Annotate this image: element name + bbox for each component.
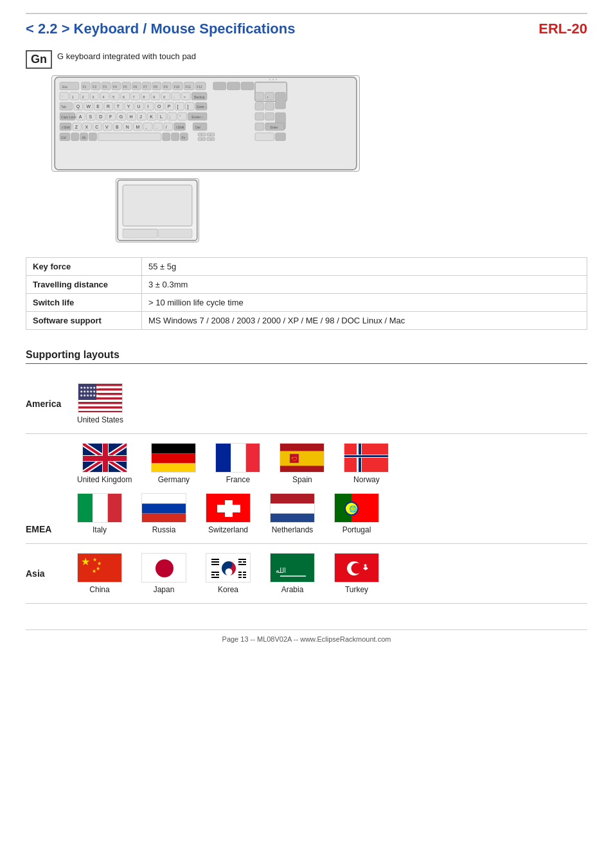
svg-rect-200 (152, 464, 196, 473)
svg-text:★: ★ (92, 568, 96, 574)
footer-text: Page 13 -- ML08V02A -- www.EclipseRackmo… (222, 635, 391, 643)
svg-rect-217 (271, 494, 315, 503)
svg-text:Del: Del (195, 126, 200, 129)
svg-text:🌐: 🌐 (349, 505, 357, 513)
flag-ru (141, 493, 186, 523)
emea-flags-row1: United Kingdom Germany (77, 443, 389, 484)
svg-rect-29 (241, 82, 254, 90)
svg-text:X: X (85, 125, 89, 129)
flag-label-ru: Russia (152, 525, 176, 534)
spec-row: Key force55 ± 5g (26, 258, 587, 276)
svg-text:F9: F9 (164, 86, 168, 89)
svg-rect-246 (238, 574, 242, 575)
flag-item-us: ★★★★★★ ★★★★★ ★★★★★★ United States (77, 383, 123, 424)
flag-label-ch: Switzerland (208, 525, 248, 534)
svg-rect-243 (211, 577, 219, 578)
svg-text:🛡: 🛡 (292, 456, 298, 462)
flag-label-sa: Arabia (281, 585, 304, 594)
spec-row: Switch life> 10 million life cycle time (26, 294, 587, 312)
svg-rect-144 (98, 133, 161, 141)
svg-rect-184 (78, 409, 123, 411)
svg-rect-234 (211, 561, 219, 563)
svg-text:Enter←: Enter← (191, 115, 204, 119)
flag-label-nl: Netherlands (272, 525, 314, 534)
svg-rect-247 (243, 574, 246, 575)
svg-rect-208 (78, 494, 93, 523)
flag-de (151, 443, 196, 473)
svg-text:-: - (173, 95, 175, 99)
svg-text:H: H (130, 114, 133, 119)
region-emea: EMEA (26, 524, 77, 534)
emea-row: EMEA (26, 434, 587, 544)
flag-label-it: Italy (93, 525, 107, 534)
svg-rect-211 (142, 494, 186, 503)
svg-rect-182 (78, 400, 123, 402)
svg-rect-201 (216, 444, 231, 473)
spec-label: Travelling distance (26, 276, 142, 294)
svg-text:': ' (180, 114, 181, 119)
spec-label: Switch life (26, 294, 142, 312)
flag-item-pt: 🌐 Portugal (334, 493, 379, 534)
flag-label-kr: Korea (218, 585, 238, 594)
spec-row: Travelling distance3 ± 0.3mm (26, 276, 587, 294)
page-title: < 2.2 > Keyboard / Mouse Specifications (26, 21, 295, 37)
svg-rect-245 (243, 572, 246, 573)
svg-text:I: I (147, 104, 148, 109)
svg-text:Ctrl: Ctrl (61, 136, 66, 140)
touchpad-image (116, 178, 199, 242)
svg-text:←: ← (200, 138, 204, 141)
svg-text:=: = (183, 95, 186, 99)
svg-text:F2: F2 (93, 86, 96, 89)
flag-item-no: Norway (344, 443, 389, 484)
svg-text:G: G (120, 114, 123, 119)
flag-cn: ★ ★ ★ ★ ★ (77, 553, 122, 583)
svg-text:Enter: Enter (271, 126, 278, 129)
flag-ch (206, 493, 251, 523)
spec-row: Software supportMS Windows 7 / 2008 / 20… (26, 312, 587, 330)
spec-value: 55 ± 5g (142, 258, 587, 276)
svg-rect-212 (142, 503, 186, 513)
flag-it (77, 493, 122, 523)
svg-text:Q: Q (76, 104, 80, 109)
svg-rect-209 (93, 494, 107, 523)
keyboard-image: Esc F1 F2 F3 F4 F5 F6 F7 F8 F9 F10 F11 F… (51, 75, 360, 172)
svg-text:•: • (267, 96, 269, 99)
svg-text:7: 7 (133, 95, 135, 99)
flag-item-nl: Netherlands (270, 493, 315, 534)
svg-text:C: C (95, 125, 98, 129)
flag-label-es: Spain (292, 475, 312, 484)
svg-text:Tab: Tab (61, 105, 66, 109)
svg-rect-249 (243, 577, 246, 578)
flag-nl (270, 493, 315, 523)
svg-rect-171 (255, 133, 274, 141)
page-footer: Page 13 -- ML08V02A -- www.EclipseRackmo… (26, 629, 587, 643)
spec-label: Key force (26, 258, 142, 276)
svg-rect-235 (211, 564, 219, 565)
svg-text:E: E (96, 104, 100, 109)
svg-text:.: . (156, 125, 157, 129)
svg-text:J: J (139, 114, 141, 119)
svg-text:F11: F11 (185, 86, 191, 89)
svg-text:K: K (150, 114, 153, 119)
svg-rect-233 (211, 559, 219, 560)
svg-text:9: 9 (153, 95, 155, 99)
svg-text:◦ ◦ ◦: ◦ ◦ ◦ (269, 77, 278, 82)
svg-text:F3: F3 (103, 86, 107, 89)
page-header: < 2.2 > Keyboard / Mouse Specifications … (26, 13, 587, 37)
flag-label-gb: United Kingdom (77, 475, 132, 484)
flag-item-de: Germany (151, 443, 196, 484)
svg-rect-74 (145, 102, 154, 110)
region-asia: Asia (26, 568, 77, 579)
svg-text:Enter←: Enter← (197, 105, 208, 109)
keyboard-header: Gn G keyboard integrated with touch pad (26, 49, 587, 69)
touchpad-wrapper (116, 178, 587, 244)
svg-rect-218 (271, 503, 315, 513)
flag-es: 🛡 (280, 443, 324, 473)
svg-text:Y: Y (127, 104, 130, 109)
flag-label-tr: Turkey (345, 585, 368, 594)
svg-rect-198 (152, 444, 196, 453)
svg-rect-236 (238, 559, 246, 560)
spec-label: Software support (26, 312, 142, 330)
svg-text:[: [ (177, 104, 179, 109)
svg-text:U: U (137, 104, 140, 109)
